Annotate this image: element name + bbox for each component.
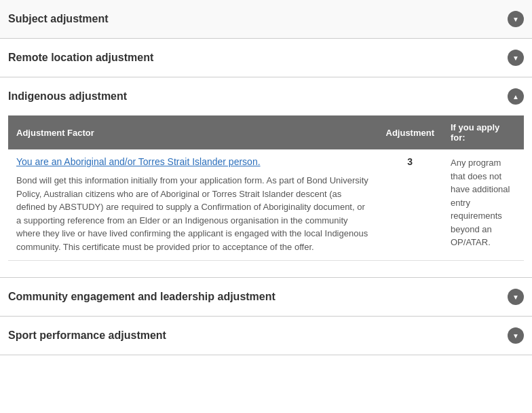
table-cell-if-you-apply: Any program that does not have additiona… — [442, 149, 524, 261]
adjustment-table: Adjustment Factor Adjustment If you appl… — [8, 115, 524, 261]
chevron-down-icon — [508, 289, 524, 305]
table-header-factor: Adjustment Factor — [8, 115, 378, 149]
accordion-header-indigenous-adjustment[interactable]: Indigenous adjustment — [0, 77, 532, 115]
accordion-title-indigenous-adjustment: Indigenous adjustment — [8, 90, 127, 103]
accordion-title-remote-location-adjustment: Remote location adjustment — [8, 52, 153, 64]
accordion-subject-adjustment: Subject adjustment — [0, 0, 532, 39]
table-header-if-you-apply: If you apply for: — [442, 115, 524, 149]
accordion-content-indigenous-adjustment: Adjustment Factor Adjustment If you appl… — [0, 115, 532, 277]
accordion-community-engagement-adjustment: Community engagement and leadership adju… — [0, 278, 532, 317]
factor-main-link[interactable]: You are an Aboriginal and/or Torres Stra… — [16, 156, 261, 167]
if-apply-text: Any program that does not have additiona… — [451, 158, 510, 247]
accordion-title-community-engagement-adjustment: Community engagement and leadership adju… — [8, 291, 276, 303]
table-header-adjustment: Adjustment — [378, 115, 443, 149]
chevron-down-icon — [508, 11, 524, 27]
factor-main-text: You are an Aboriginal and/or Torres Stra… — [16, 156, 370, 167]
accordion-remote-location-adjustment: Remote location adjustment — [0, 39, 532, 77]
table-cell-adjustment-value: 3 — [378, 149, 443, 261]
accordion-header-sport-performance-adjustment[interactable]: Sport performance adjustment — [0, 317, 532, 355]
accordion-indigenous-adjustment: Indigenous adjustment Adjustment Factor … — [0, 77, 532, 278]
accordion-header-subject-adjustment[interactable]: Subject adjustment — [0, 0, 532, 38]
factor-detail-text: Bond will get this information initially… — [16, 174, 370, 253]
chevron-down-icon — [508, 327, 524, 344]
chevron-down-icon — [508, 50, 524, 66]
chevron-up-icon — [508, 88, 524, 105]
table-row: You are an Aboriginal and/or Torres Stra… — [8, 149, 524, 261]
table-cell-factor: You are an Aboriginal and/or Torres Stra… — [8, 149, 378, 261]
accordion-title-subject-adjustment: Subject adjustment — [8, 13, 109, 25]
accordion-sport-performance-adjustment: Sport performance adjustment — [0, 317, 532, 355]
accordion-title-sport-performance-adjustment: Sport performance adjustment — [8, 329, 166, 342]
accordion-header-remote-location-adjustment[interactable]: Remote location adjustment — [0, 39, 532, 77]
accordion-header-community-engagement-adjustment[interactable]: Community engagement and leadership adju… — [0, 278, 532, 316]
